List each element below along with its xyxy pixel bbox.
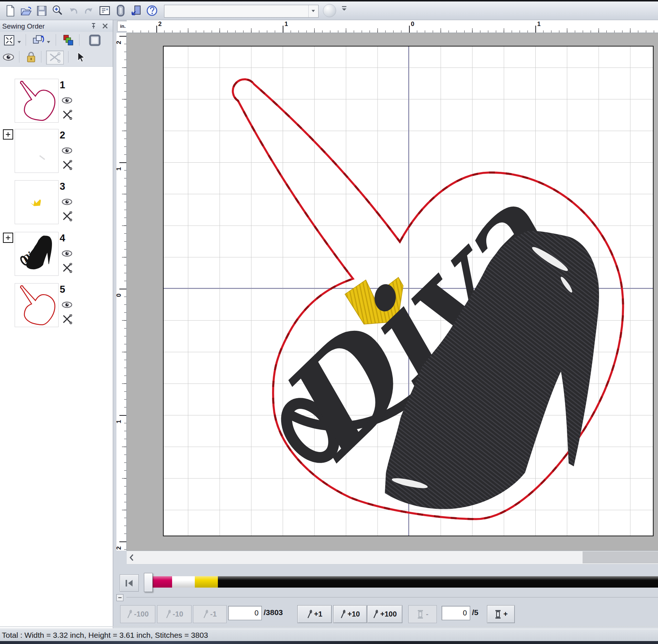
total-stitches-label: /3803 bbox=[264, 608, 283, 617]
scrollbar-track-end[interactable] bbox=[583, 551, 658, 563]
eye-icon[interactable] bbox=[62, 147, 73, 155]
scroll-left-icon[interactable] bbox=[129, 552, 138, 563]
sewing-order-toolbar bbox=[0, 32, 113, 49]
ruler-label: 0 bbox=[115, 293, 123, 297]
chevron-down-icon[interactable] bbox=[18, 38, 21, 45]
stitch-position-slider[interactable] bbox=[144, 573, 153, 592]
sewing-item-number: 1 bbox=[60, 79, 65, 91]
horizontal-scrollbar[interactable] bbox=[127, 551, 658, 565]
sewing-item-number: 4 bbox=[60, 233, 65, 244]
previous-color-button[interactable]: - bbox=[408, 605, 437, 623]
sewing-item-thumbnail[interactable] bbox=[15, 79, 59, 123]
sewing-item-thumbnail[interactable]: Diva bbox=[15, 232, 59, 276]
go-to-start-button[interactable] bbox=[120, 574, 139, 592]
crown-thumb bbox=[15, 181, 57, 223]
blank-thumb bbox=[15, 129, 57, 172]
expand-plus-icon[interactable] bbox=[3, 233, 13, 243]
ruler-label: 1 bbox=[115, 420, 123, 423]
forward-10-label: +10 bbox=[347, 610, 360, 618]
sort-colors-icon[interactable] bbox=[62, 34, 75, 47]
forward-1-stitch-button[interactable]: +1 bbox=[297, 605, 332, 623]
back-100-label: -100 bbox=[134, 610, 149, 618]
ruler-label: 0 bbox=[411, 21, 414, 28]
ruler-label: 2 bbox=[115, 41, 123, 44]
eye-icon[interactable] bbox=[62, 301, 73, 309]
redo-icon[interactable] bbox=[82, 3, 96, 18]
sphere-button[interactable] bbox=[323, 4, 336, 17]
trim-scissors-icon[interactable] bbox=[46, 51, 64, 64]
sewing-item-thumbnail[interactable] bbox=[15, 283, 59, 327]
chevron-down-icon[interactable] bbox=[308, 5, 318, 17]
design-sheet[interactable]: Diva bbox=[163, 46, 654, 536]
next-color-label: + bbox=[503, 610, 508, 618]
design-canvas[interactable]: Diva bbox=[127, 33, 658, 551]
trim-scissors-icon[interactable] bbox=[62, 110, 73, 120]
trim-scissors-icon[interactable] bbox=[62, 263, 73, 273]
back-1-stitch-button[interactable]: -1 bbox=[193, 605, 227, 623]
eye-icon[interactable] bbox=[62, 199, 73, 206]
eye-icon[interactable] bbox=[62, 97, 73, 104]
sewing-item-thumbnail[interactable] bbox=[15, 129, 59, 173]
total-colors-label: /5 bbox=[472, 608, 479, 617]
hoop-icon[interactable] bbox=[113, 3, 128, 18]
back-10-label: -10 bbox=[173, 610, 183, 618]
toolbar-overflow-icon[interactable] bbox=[341, 6, 349, 15]
select-cursor-icon[interactable] bbox=[74, 51, 88, 64]
sewing-item-number: 2 bbox=[60, 130, 65, 141]
sewing-item-thumbnail[interactable] bbox=[15, 180, 59, 224]
back-100-stitches-button[interactable]: -100 bbox=[120, 605, 155, 623]
forward-10-stitches-button[interactable]: +10 bbox=[333, 605, 367, 623]
resequence-icon[interactable] bbox=[31, 34, 45, 47]
forward-100-label: +100 bbox=[380, 610, 397, 618]
sewing-order-edit-toolbar bbox=[0, 49, 113, 67]
status-text: Total : Width = 3.32 inch, Height = 3.61… bbox=[0, 631, 208, 640]
trim-scissors-icon[interactable] bbox=[62, 314, 73, 325]
undo-icon[interactable] bbox=[66, 3, 81, 18]
back-10-stitches-button[interactable]: -10 bbox=[157, 605, 192, 623]
hoop-frame-icon[interactable] bbox=[88, 34, 102, 47]
pin-icon[interactable] bbox=[90, 22, 97, 31]
current-color-input[interactable] bbox=[442, 606, 470, 620]
collapse-panel-icon[interactable] bbox=[116, 594, 123, 601]
send-to-hoop-icon[interactable] bbox=[129, 3, 144, 18]
close-icon[interactable] bbox=[102, 23, 108, 31]
ruler-unit-label: in. bbox=[120, 23, 126, 29]
save-icon[interactable] bbox=[34, 3, 49, 18]
open-folder-icon[interactable] bbox=[19, 3, 33, 18]
ruler-label: 2 bbox=[115, 546, 123, 549]
help-icon[interactable] bbox=[145, 3, 159, 18]
embroidery-design: Diva bbox=[164, 47, 653, 536]
status-divider bbox=[0, 626, 658, 627]
new-document-icon[interactable] bbox=[3, 3, 18, 18]
window-bottom-edge bbox=[0, 641, 658, 644]
ruler-label: 1 bbox=[115, 167, 123, 170]
heart-outline-magenta-thumb bbox=[15, 79, 57, 122]
back-1-label: -1 bbox=[210, 610, 217, 618]
next-color-button[interactable]: + bbox=[487, 605, 515, 623]
vertical-ruler: 2 1 0 1 2 bbox=[116, 33, 127, 551]
current-stitch-input[interactable] bbox=[228, 606, 262, 620]
properties-dialog-icon[interactable] bbox=[97, 3, 112, 18]
fit-to-window-icon[interactable] bbox=[2, 34, 16, 47]
ruler-label: 1 bbox=[537, 21, 540, 28]
thread-color-bar[interactable] bbox=[152, 576, 658, 588]
heart-outline-red-thumb bbox=[15, 284, 57, 326]
expand-plus-icon[interactable] bbox=[3, 129, 13, 140]
chevron-down-icon[interactable] bbox=[47, 38, 51, 45]
ruler-label: 2 bbox=[158, 21, 161, 28]
heel-with-diva-thumb: Diva bbox=[15, 232, 57, 275]
sewing-item-number: 5 bbox=[60, 284, 65, 295]
zoom-icon[interactable] bbox=[50, 3, 65, 18]
panel-title: Sewing Order bbox=[2, 22, 45, 30]
eye-icon[interactable] bbox=[62, 250, 73, 258]
sewing-order-header: Sewing Order bbox=[0, 20, 113, 32]
recent-files-combobox[interactable] bbox=[164, 5, 319, 18]
lock-icon[interactable] bbox=[24, 51, 38, 64]
splitter-line[interactable] bbox=[126, 597, 658, 597]
forward-1-label: +1 bbox=[314, 610, 323, 618]
trim-scissors-icon[interactable] bbox=[62, 160, 73, 170]
ruler-label: 1 bbox=[285, 21, 288, 28]
visibility-eye-icon[interactable] bbox=[1, 51, 15, 64]
forward-100-stitches-button[interactable]: +100 bbox=[367, 605, 402, 623]
trim-scissors-icon[interactable] bbox=[62, 211, 73, 222]
